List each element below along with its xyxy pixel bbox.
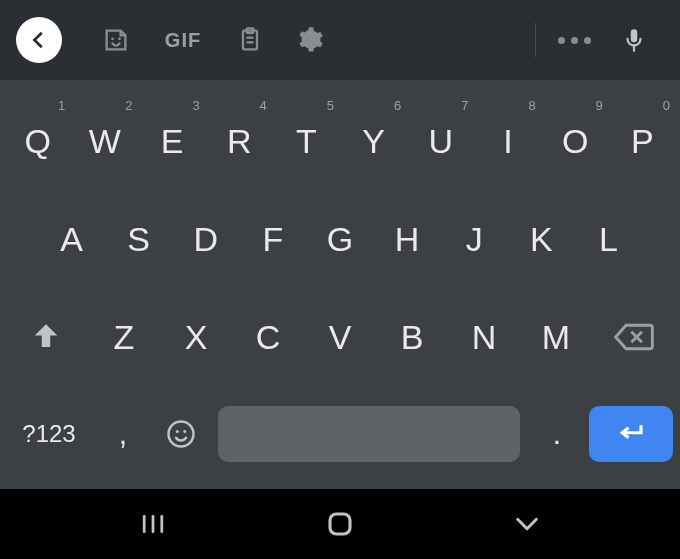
nav-home-button[interactable] xyxy=(310,494,370,554)
enter-key[interactable] xyxy=(586,386,676,482)
symbols-key[interactable]: ?123 xyxy=(4,386,94,482)
key-v[interactable]: V xyxy=(304,288,376,386)
space-key[interactable] xyxy=(218,406,520,462)
svg-point-1 xyxy=(118,37,121,40)
clipboard-icon[interactable] xyxy=(220,26,280,54)
key-i[interactable]: I8 xyxy=(474,92,541,190)
shift-key[interactable] xyxy=(4,288,88,386)
nav-bar xyxy=(0,489,680,559)
key-row-2: ASDFGHJKL xyxy=(0,190,680,288)
key-t[interactable]: T5 xyxy=(273,92,340,190)
key-a[interactable]: A xyxy=(38,190,105,288)
key-p[interactable]: P0 xyxy=(609,92,676,190)
key-d[interactable]: D xyxy=(172,190,239,288)
svg-point-11 xyxy=(183,430,186,433)
svg-point-0 xyxy=(111,37,114,40)
toolbar-back-button[interactable] xyxy=(16,17,62,63)
key-k[interactable]: K xyxy=(508,190,575,288)
sticker-icon[interactable] xyxy=(86,26,146,54)
nav-recent-button[interactable] xyxy=(123,494,183,554)
svg-rect-15 xyxy=(330,514,350,534)
key-g[interactable]: G xyxy=(306,190,373,288)
key-q[interactable]: Q1 xyxy=(4,92,71,190)
settings-gear-icon[interactable] xyxy=(280,26,340,54)
key-c[interactable]: C xyxy=(232,288,304,386)
toolbar-separator xyxy=(535,23,536,57)
key-j[interactable]: J xyxy=(441,190,508,288)
keyboard-toolbar: GIF xyxy=(0,0,680,80)
key-row-4: ?123 , . xyxy=(0,386,680,482)
nav-back-button[interactable] xyxy=(497,494,557,554)
key-l[interactable]: L xyxy=(575,190,642,288)
key-m[interactable]: M xyxy=(520,288,592,386)
backspace-key[interactable] xyxy=(592,288,676,386)
comma-key[interactable]: , xyxy=(94,386,152,482)
key-x[interactable]: X xyxy=(160,288,232,386)
key-e[interactable]: E3 xyxy=(138,92,205,190)
period-key[interactable]: . xyxy=(528,386,586,482)
key-o[interactable]: O9 xyxy=(542,92,609,190)
mic-icon[interactable] xyxy=(604,27,664,53)
key-f[interactable]: F xyxy=(239,190,306,288)
emoji-key[interactable] xyxy=(152,386,210,482)
key-w[interactable]: W2 xyxy=(71,92,138,190)
svg-point-9 xyxy=(169,422,194,447)
key-n[interactable]: N xyxy=(448,288,520,386)
svg-point-10 xyxy=(176,430,179,433)
key-row-1: Q1W2E3R4T5Y6U7I8O9P0 xyxy=(0,92,680,190)
gif-button[interactable]: GIF xyxy=(146,29,220,52)
key-row-3: ZXCVBNM xyxy=(0,288,680,386)
key-r[interactable]: R4 xyxy=(206,92,273,190)
more-icon[interactable] xyxy=(544,37,604,44)
keyboard: Q1W2E3R4T5Y6U7I8O9P0 ASDFGHJKL ZXCVBNM ?… xyxy=(0,80,680,489)
key-z[interactable]: Z xyxy=(88,288,160,386)
key-u[interactable]: U7 xyxy=(407,92,474,190)
key-y[interactable]: Y6 xyxy=(340,92,407,190)
key-b[interactable]: B xyxy=(376,288,448,386)
key-s[interactable]: S xyxy=(105,190,172,288)
key-h[interactable]: H xyxy=(374,190,441,288)
